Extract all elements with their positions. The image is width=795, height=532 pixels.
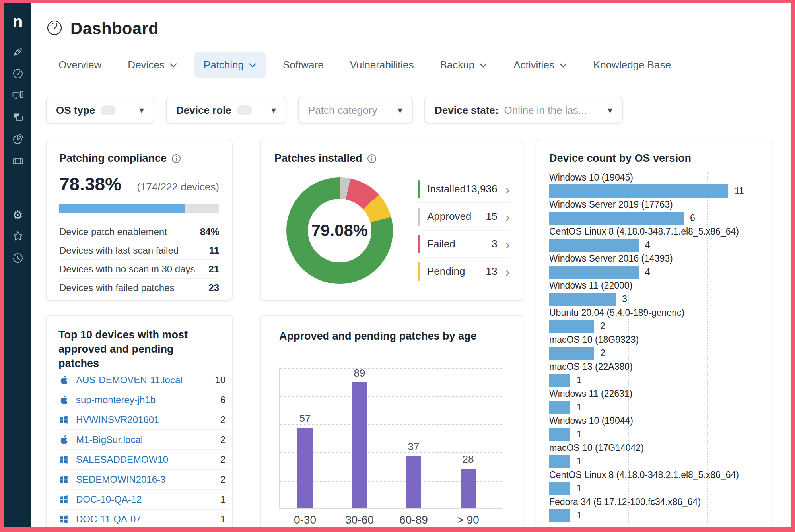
compliance-progress-bar xyxy=(59,204,219,213)
legend-row-pending[interactable]: Pending 13 › xyxy=(418,258,510,285)
tab-patching[interactable]: Patching xyxy=(194,52,266,78)
legend-row-installed[interactable]: Installed 13,936 › xyxy=(418,176,510,203)
legend-value: 13,936 xyxy=(466,183,498,195)
device-patch-count: 2 xyxy=(220,474,225,485)
device-patch-count: 2 xyxy=(220,434,225,445)
device-name-link[interactable]: DOC-10-QA-12 xyxy=(76,494,142,505)
overlapping-screens-icon xyxy=(12,111,24,125)
age-value-label: 89 xyxy=(354,367,365,379)
sidebar: n ⚙ xyxy=(4,3,31,527)
legend-label: Failed xyxy=(427,238,455,250)
device-name-link[interactable]: HVWINSVR201601 xyxy=(76,414,159,425)
filter-device-role[interactable]: Device role ▾ xyxy=(166,97,286,124)
chevron-right-icon: › xyxy=(505,237,509,251)
gridline xyxy=(280,368,502,369)
device-name-link[interactable]: AUS-DEMOVEN-11.local xyxy=(76,375,183,386)
brand-logo: n xyxy=(13,14,23,30)
os-item: macOS 13 (22A380) 1 xyxy=(549,361,760,388)
compliance-row-label: Devices with last scan failed xyxy=(59,245,179,256)
legend-row-failed[interactable]: Failed 3 › xyxy=(418,231,510,258)
sidebar-item-devices[interactable] xyxy=(12,90,24,103)
legend-row-approved[interactable]: Approved 15 › xyxy=(418,203,510,231)
device-name-link[interactable]: SEDEMOWIN2016-3 xyxy=(76,474,165,485)
os-value: 6 xyxy=(690,213,695,223)
os-label: Windows 11 (22631) xyxy=(549,388,760,399)
os-value: 3 xyxy=(622,294,627,305)
os-label: macOS 10 (18G9323) xyxy=(549,334,760,345)
tab-label: Overview xyxy=(58,59,101,71)
sidebar-item-reports[interactable] xyxy=(12,134,24,146)
tab-backup[interactable]: Backup xyxy=(431,52,497,78)
sidebar-item-history[interactable] xyxy=(12,252,24,265)
compliance-stats: Device patch enablement 84% Devices with… xyxy=(59,223,219,297)
compliance-row: Devices with last scan failed 11 xyxy=(59,241,219,260)
device-name-link[interactable]: SALESADDEMOW10 xyxy=(76,454,168,465)
tab-knowledge-base[interactable]: Knowledge Base xyxy=(584,52,680,78)
os-bar xyxy=(549,428,570,441)
card-title-text: Device count by OS version xyxy=(549,152,691,165)
sidebar-item-dashboard[interactable] xyxy=(12,68,24,81)
os-bar xyxy=(549,455,570,468)
device-name-link[interactable]: DOC-11-QA-07 xyxy=(76,514,141,525)
os-bar xyxy=(549,374,570,387)
compliance-devices-note: (174/222 devices) xyxy=(137,181,219,193)
card-title-text: Patches installed xyxy=(274,152,362,165)
gridline xyxy=(280,396,502,397)
age-bar-group: 37 60-89 xyxy=(390,441,437,508)
filter-patch-category[interactable]: Patch category ▾ xyxy=(298,97,413,124)
sidebar-item-getting-started[interactable] xyxy=(12,46,24,59)
os-item: Windows Server 2016 (14393) 4 xyxy=(549,253,760,280)
device-name-link[interactable]: sup-monterey-jh1b xyxy=(76,394,156,406)
age-category-label: > 90 xyxy=(444,514,492,526)
card-title: Patching compliance xyxy=(59,152,219,165)
compliance-row: Device patch enablement 84% xyxy=(59,223,219,241)
os-value: 1 xyxy=(577,402,582,413)
os-bar xyxy=(549,266,639,279)
sidebar-item-settings[interactable]: ⚙ xyxy=(12,209,24,221)
filter-label: Device state: xyxy=(435,104,498,116)
os-value: 1 xyxy=(577,375,582,386)
device-row: SALESADDEMOW10 2 xyxy=(58,450,229,470)
caret-down-icon: ▾ xyxy=(271,105,276,116)
sidebar-item-favorites[interactable] xyxy=(12,231,24,243)
chevron-right-icon: › xyxy=(505,265,509,278)
os-label: Fedora 34 (5.17.12-100.fc34.x86_64) xyxy=(549,496,760,507)
card-title: Device count by OS version xyxy=(549,152,760,165)
legend-swatch xyxy=(418,262,420,281)
tab-bar: Overview Devices Patching Software Vulne… xyxy=(49,52,791,78)
filter-os-type[interactable]: OS type ▾ xyxy=(46,97,154,124)
ticket-icon xyxy=(12,155,24,169)
filter-device-state[interactable]: Device state: Online in the las... ▾ xyxy=(424,97,623,124)
tab-overview[interactable]: Overview xyxy=(49,52,111,78)
apple-icon xyxy=(58,434,70,445)
device-name-link[interactable]: M1-BigSur.local xyxy=(76,434,143,445)
os-value: 4 xyxy=(645,240,650,250)
filter-count-pill xyxy=(237,105,252,115)
card-title-text: Patching compliance xyxy=(59,152,167,165)
compliance-row: Devices with failed patches 23 xyxy=(59,279,219,297)
device-row: SEDEMOWIN2016-3 2 xyxy=(58,470,229,490)
filter-count-pill xyxy=(101,105,116,115)
device-patch-count: 2 xyxy=(220,414,225,425)
tab-vulnerabilities[interactable]: Vulnerabilities xyxy=(340,52,424,78)
rocket-icon xyxy=(12,46,24,59)
tab-devices[interactable]: Devices xyxy=(118,52,187,78)
info-icon[interactable] xyxy=(171,154,181,163)
age-bar-group: 89 30-60 xyxy=(336,367,383,508)
os-bar xyxy=(549,509,570,522)
os-item: Windows 10 (19045) 11 xyxy=(549,172,760,199)
compliance-row-value: 23 xyxy=(208,282,219,293)
tab-activities[interactable]: Activities xyxy=(504,52,577,78)
os-value: 1 xyxy=(577,483,582,494)
tab-software[interactable]: Software xyxy=(273,52,333,78)
compliance-row-value: 84% xyxy=(200,226,219,237)
device-patch-count: 2 xyxy=(220,454,225,465)
device-row: sup-monterey-jh1b 6 xyxy=(58,390,229,410)
sidebar-item-ticketing[interactable] xyxy=(12,155,24,168)
sidebar-item-dashboards-active[interactable] xyxy=(12,112,24,124)
compliance-progress-fill xyxy=(59,204,185,213)
info-icon[interactable] xyxy=(367,154,377,163)
os-bar xyxy=(549,320,594,333)
card-patching-compliance: Patching compliance 78.38% (174/222 devi… xyxy=(46,140,233,301)
dashboard-gauge-icon xyxy=(46,19,63,38)
